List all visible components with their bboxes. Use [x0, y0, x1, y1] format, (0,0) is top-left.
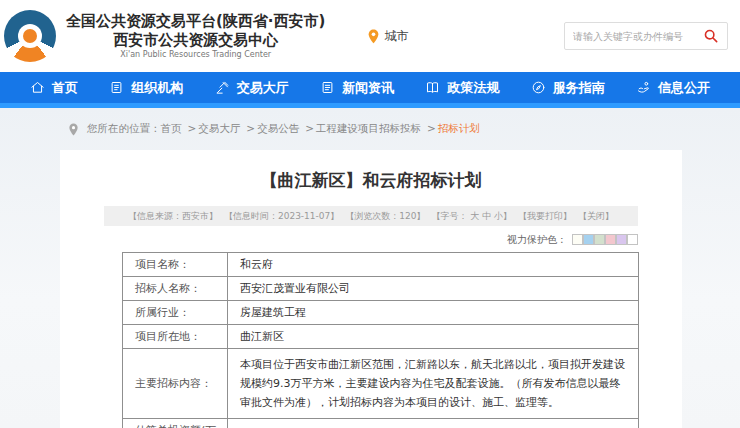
- eye-protect-label: 视力保护色：: [507, 233, 567, 247]
- breadcrumb: 您所在的位置： 首页>交易大厅>交易公告>工程建设项目招标投标>招标计划: [0, 108, 740, 150]
- city-label: 城市: [384, 28, 408, 45]
- search-box: [564, 22, 728, 50]
- nav-item-label: 新闻资讯: [342, 79, 394, 97]
- row-value: 和云府: [228, 253, 639, 277]
- row-label: 招标人名称：: [123, 277, 228, 301]
- news-icon: [320, 80, 335, 95]
- nav-item-label: 组织机构: [131, 79, 183, 97]
- meta-views: 【浏览次数：120】: [345, 210, 425, 223]
- nav-item-trade[interactable]: 交易大厅: [215, 79, 289, 97]
- eye-protect-swatch-2[interactable]: [583, 234, 594, 245]
- breadcrumb-pin-icon: [68, 123, 79, 136]
- meta-close[interactable]: 【关闭】: [578, 210, 614, 223]
- row-label: 项目所在地：: [123, 325, 228, 349]
- trade-icon: [215, 80, 230, 95]
- breadcrumb-separator: >: [188, 122, 197, 134]
- guide-icon: [531, 80, 546, 95]
- policy-icon: [425, 80, 440, 95]
- nav-item-policy[interactable]: 政策法规: [425, 79, 499, 97]
- site-logo: [4, 10, 56, 62]
- breadcrumb-current[interactable]: 招标计划: [438, 122, 480, 134]
- nav-item-label: 首页: [52, 79, 78, 97]
- table-row: 项目名称：和云府: [123, 253, 639, 277]
- nav-item-info[interactable]: 信息公开: [636, 79, 710, 97]
- nav-item-label: 服务指南: [553, 79, 605, 97]
- row-value: 本项目位于西安市曲江新区范围，汇新路以东，航天北路以北，项目拟开发建设规模约9.…: [228, 349, 639, 419]
- breadcrumb-separator: >: [427, 122, 436, 134]
- eye-protect-swatch-6[interactable]: [627, 234, 638, 245]
- platform-title: 全国公共资源交易平台(陕西省·西安市): [66, 12, 325, 31]
- center-title: 西安市公共资源交易中心: [66, 31, 325, 50]
- page-title: 【曲江新区】和云府招标计划: [104, 169, 638, 192]
- breadcrumb-link[interactable]: 首页: [161, 122, 182, 134]
- city-selector[interactable]: 城市: [367, 28, 408, 45]
- meta-time: 【信息时间：2023-11-07】: [224, 210, 339, 223]
- breadcrumb-separator: >: [305, 122, 314, 134]
- row-value: 曲江新区: [228, 325, 639, 349]
- row-label: 项目名称：: [123, 253, 228, 277]
- nav-item-org[interactable]: 组织机构: [109, 79, 183, 97]
- breadcrumb-link[interactable]: 交易大厅: [198, 122, 240, 134]
- location-pin-icon: [367, 29, 380, 44]
- site-title-block: 全国公共资源交易平台(陕西省·西安市) 西安市公共资源交易中心 Xi'an Pu…: [66, 12, 325, 60]
- table-row: 主要招标内容：本项目位于西安市曲江新区范围，汇新路以东，航天北路以北，项目拟开发…: [123, 349, 639, 419]
- search-input[interactable]: [573, 31, 703, 42]
- row-label: 估算总投资额(万元)：: [123, 419, 228, 428]
- breadcrumb-link[interactable]: 交易公告: [257, 122, 299, 134]
- breadcrumb-prefix: 您所在的位置：: [87, 122, 161, 136]
- article-card: 【曲江新区】和云府招标计划 【信息来源：西安市】【信息时间：2023-11-07…: [60, 150, 682, 428]
- detail-table: 项目名称：和云府招标人名称：西安汇茂置业有限公司所属行业：房屋建筑工程项目所在地…: [122, 252, 639, 428]
- eye-protect-swatches: [572, 234, 638, 247]
- eye-protect-swatch-4[interactable]: [605, 234, 616, 245]
- eye-protect-swatch-5[interactable]: [616, 234, 627, 245]
- table-row: 所属行业：房屋建筑工程: [123, 301, 639, 325]
- meta-source: 【信息来源：西安市】: [128, 210, 218, 223]
- nav-item-label: 交易大厅: [237, 79, 289, 97]
- eye-protect-swatch-3[interactable]: [594, 234, 605, 245]
- site-header: 全国公共资源交易平台(陕西省·西安市) 西安市公共资源交易中心 Xi'an Pu…: [0, 0, 740, 72]
- breadcrumb-link[interactable]: 工程建设项目招标投标: [316, 122, 421, 134]
- content-zone: 您所在的位置： 首页>交易大厅>交易公告>工程建设项目招标投标>招标计划 【曲江…: [0, 108, 740, 428]
- row-value: 150296: [228, 419, 639, 428]
- eye-protect-row: 视力保护色：: [104, 233, 638, 247]
- table-row: 项目所在地：曲江新区: [123, 325, 639, 349]
- center-title-en: Xi'an Public Resources Trading Center: [66, 50, 325, 60]
- nav-item-news[interactable]: 新闻资讯: [320, 79, 394, 97]
- info-icon: [636, 80, 651, 95]
- meta-print[interactable]: 【我要打印】: [518, 210, 572, 223]
- nav-item-label: 信息公开: [658, 79, 710, 97]
- search-icon[interactable]: [703, 28, 719, 44]
- main-nav: 首页组织机构交易大厅新闻资讯政策法规服务指南信息公开: [0, 72, 740, 103]
- row-value: 西安汇茂置业有限公司: [228, 277, 639, 301]
- row-label: 所属行业：: [123, 301, 228, 325]
- eye-protect-swatch-1[interactable]: [572, 234, 583, 245]
- breadcrumb-links: 首页>交易大厅>交易公告>工程建设项目招标投标>招标计划: [161, 122, 480, 136]
- org-icon: [109, 80, 124, 95]
- table-row: 招标人名称：西安汇茂置业有限公司: [123, 277, 639, 301]
- home-icon: [30, 80, 45, 95]
- row-value: 房屋建筑工程: [228, 301, 639, 325]
- breadcrumb-separator: >: [246, 122, 255, 134]
- nav-item-guide[interactable]: 服务指南: [531, 79, 605, 97]
- meta-font-size[interactable]: 【字号： 大 中 小】: [431, 210, 512, 223]
- table-row: 估算总投资额(万元)：150296: [123, 419, 639, 428]
- nav-item-label: 政策法规: [447, 79, 499, 97]
- article-meta-bar: 【信息来源：西安市】【信息时间：2023-11-07】【浏览次数：120】【字号…: [104, 206, 638, 226]
- nav-item-home[interactable]: 首页: [30, 79, 78, 97]
- row-label: 主要招标内容：: [123, 349, 228, 419]
